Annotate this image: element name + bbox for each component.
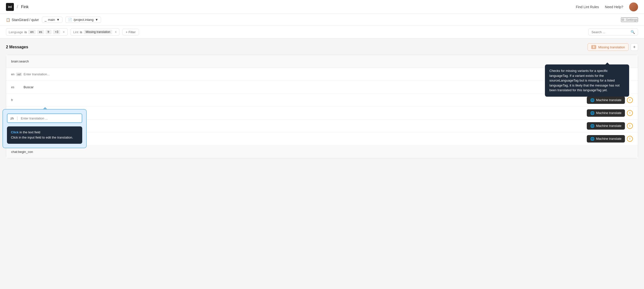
lint-filter-is: is xyxy=(80,30,82,34)
lang-code-en: en xyxy=(11,73,14,76)
machine-translate-fr[interactable]: 🌐 Machine translate xyxy=(587,96,625,104)
zh-tooltip-instruction: Click in the text field Click in the inp… xyxy=(7,126,82,144)
zh-click-label: Click xyxy=(11,130,18,134)
row-actions-fr: 🌐 Machine translate ! xyxy=(587,96,633,104)
header-actions: 8 Missing translation + xyxy=(588,43,638,51)
file-selector[interactable]: 📄 /project.inlang ▼ xyxy=(66,17,101,23)
search-box: 🔍 xyxy=(588,29,638,36)
message-id-brain-search: brain:search xyxy=(11,60,56,63)
machine-translate-zh-cn[interactable]: 🌐 Machine translate xyxy=(587,135,625,143)
row-actions-pt-br: 🌐 Machine translate ! xyxy=(587,109,633,117)
settings-button[interactable]: ⚙ Settings xyxy=(621,17,638,22)
warning-icon-ru[interactable]: ! xyxy=(627,123,633,129)
branch-icon: ⎯ xyxy=(44,18,46,22)
translation-row-es: es Buscar xyxy=(6,81,638,94)
translation-row-zh-cn: zh-cn 🌐 Machine translate ! xyxy=(6,132,638,145)
zh-instruction-line1: Click in the text field xyxy=(11,130,78,135)
zh-lang-tag: zh xyxy=(10,117,14,120)
language-filter-is: is xyxy=(24,30,27,34)
messages-table: brain:search en ref es Buscar fr xyxy=(6,55,638,158)
lang-fr: fr xyxy=(11,98,24,102)
messages-header: 2 Messages 8 Missing translation + xyxy=(6,43,638,51)
language-filter: Language is en es fr +3 × xyxy=(6,28,68,36)
avatar[interactable] xyxy=(629,3,638,12)
lint-filter-label: Lint xyxy=(73,30,78,34)
machine-translate-pt-br[interactable]: 🌐 Machine translate xyxy=(587,109,625,117)
lint-filter-value[interactable]: Missing translation xyxy=(84,30,112,34)
nav-left: inl / Fink xyxy=(6,3,28,11)
branch-chevron-icon: ▼ xyxy=(56,18,60,22)
nav-right: Find Lint Rules Need Help? xyxy=(576,3,638,12)
repo-bar-left: 📋 StanGirard / quivr ⎯ main ▼ 📄 /project… xyxy=(6,17,101,23)
translate-icon-fr: 🌐 xyxy=(590,98,594,102)
lang-tag-en[interactable]: en xyxy=(28,30,36,34)
repo-bar: 📋 StanGirard / quivr ⎯ main ▼ 📄 /project… xyxy=(0,14,644,26)
repo-path: StanGirard / quivr xyxy=(12,18,39,22)
translate-icon-ru: 🌐 xyxy=(590,124,594,128)
lang-en: en ref xyxy=(11,73,24,76)
search-input[interactable] xyxy=(592,30,629,34)
lang-code-es: es xyxy=(11,86,14,89)
add-message-button[interactable]: + xyxy=(630,43,638,51)
settings-icon: ⚙ xyxy=(622,18,624,22)
message-id-chat-begin: chat:begin_con xyxy=(11,150,56,154)
zh-instruction-detail: Click in the input field to edit the tra… xyxy=(11,135,78,140)
machine-translate-ru[interactable]: 🌐 Machine translate xyxy=(587,122,625,130)
row-actions-ru: 🌐 Machine translate ! xyxy=(587,122,633,130)
badge-label: Missing translation xyxy=(598,45,625,49)
badge-group: 8 Missing translation + xyxy=(588,43,638,51)
app-name: Fink xyxy=(21,5,28,9)
language-filter-close[interactable]: × xyxy=(63,30,65,34)
zh-translation-input[interactable] xyxy=(21,117,79,120)
file-icon: 📄 xyxy=(68,18,72,22)
translation-row-fr: fr 🌐 Machine translate ! xyxy=(6,94,638,107)
machine-translate-label-zh-cn: Machine translate xyxy=(596,137,622,141)
machine-translate-label-ru: Machine translate xyxy=(596,124,622,128)
file-chevron-icon: ▼ xyxy=(95,18,98,22)
nav-separator: / xyxy=(17,4,18,10)
lang-tag-es[interactable]: es xyxy=(37,30,44,34)
top-nav: inl / Fink Find Lint Rules Need Help? xyxy=(0,0,644,14)
lang-code-fr: fr xyxy=(11,98,13,102)
lang-tag-more[interactable]: +3 xyxy=(53,30,60,34)
inl-logo[interactable]: inl xyxy=(6,3,14,11)
machine-translate-label-pt-br: Machine translate xyxy=(596,111,622,115)
message-group-chat-begin: chat:begin_con xyxy=(6,145,638,158)
translation-row-en: en ref xyxy=(6,68,638,81)
zh-instruction-text: in the text field xyxy=(20,130,40,134)
warning-icon-fr[interactable]: ! xyxy=(627,97,633,103)
missing-translation-tooltip: Checks for missing variants for a specif… xyxy=(545,65,629,97)
avatar-image xyxy=(629,3,638,12)
translate-icon-pt-br: 🌐 xyxy=(590,111,594,115)
translation-row-ru: ru 🌐 Machine translate ! xyxy=(6,119,638,132)
settings-label: Settings xyxy=(626,18,638,22)
translation-input-en[interactable] xyxy=(24,72,633,76)
zh-input-row: zh | xyxy=(7,114,82,123)
warning-icon-zh-cn[interactable]: ! xyxy=(627,136,633,142)
zh-tooltip-overlay: zh | Click in the text field Click in th… xyxy=(2,109,87,148)
lint-filter-close[interactable]: × xyxy=(115,30,117,34)
lint-filter: Lint is Missing translation × xyxy=(70,28,120,36)
find-lint-rules-link[interactable]: Find Lint Rules xyxy=(576,5,599,9)
need-help-link[interactable]: Need Help? xyxy=(605,5,623,9)
row-actions-zh-cn: 🌐 Machine translate ! xyxy=(587,135,633,143)
badge-count: 8 xyxy=(591,45,596,49)
branch-selector[interactable]: ⎯ main ▼ xyxy=(42,17,62,23)
machine-translate-label-fr: Machine translate xyxy=(596,98,622,102)
repo-icon: 📋 xyxy=(6,18,10,22)
message-group-brain-search: brain:search xyxy=(6,55,638,68)
cursor-indicator: | xyxy=(17,116,18,120)
add-filter-button[interactable]: + Filter xyxy=(122,29,139,36)
ref-badge-en: ref xyxy=(16,73,22,76)
lang-es: es xyxy=(11,86,24,89)
warning-icon-pt-br[interactable]: ! xyxy=(627,110,633,116)
repo-name: 📋 StanGirard / quivr xyxy=(6,18,39,22)
branch-label: main xyxy=(48,18,55,22)
zh-tooltip-arrow xyxy=(42,107,48,110)
missing-translation-badge[interactable]: 8 Missing translation xyxy=(588,43,629,51)
lang-tag-fr[interactable]: fr xyxy=(46,30,51,34)
main-content: 2 Messages 8 Missing translation + Check… xyxy=(0,39,644,163)
translation-text-es: Buscar xyxy=(24,85,633,89)
translation-row-pt-br: pt-br 🌐 Machine translate ! xyxy=(6,107,638,119)
search-icon: 🔍 xyxy=(630,30,635,34)
